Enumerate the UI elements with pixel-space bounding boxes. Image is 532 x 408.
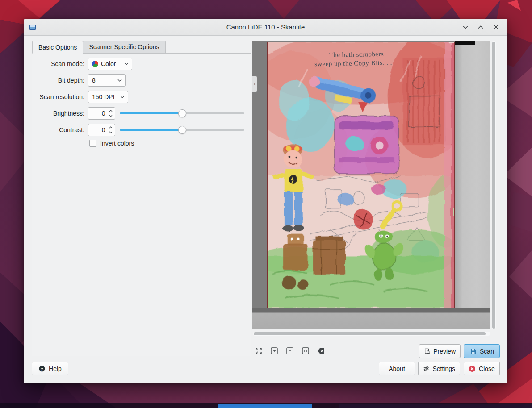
zoom-out-button[interactable]: [285, 346, 295, 356]
titlebar[interactable]: Canon LiDE 110 - Skanlite: [24, 19, 507, 36]
chevron-down-icon: [124, 62, 129, 65]
scan-mode-label: Scan mode:: [32, 60, 84, 67]
brightness-row: Brightness: 0: [32, 107, 244, 120]
slider-fill: [120, 112, 182, 114]
chevron-down-icon: [120, 96, 125, 98]
close-window-button[interactable]: [490, 21, 502, 33]
zoom-in-button[interactable]: [269, 346, 279, 356]
spin-up-icon[interactable]: [109, 110, 113, 112]
zoom-in-icon: [270, 346, 279, 355]
chevron-up-icon: [478, 25, 483, 29]
spin-down-icon[interactable]: [109, 131, 113, 133]
bit-depth-row: Bit depth: 8: [32, 74, 244, 87]
zoom-out-icon: [285, 346, 294, 355]
spin-up-icon[interactable]: [109, 126, 113, 129]
invert-colors-row: Invert colors: [32, 140, 244, 147]
tab-label: Scanner Specific Options: [89, 43, 159, 50]
scrollbar-thumb[interactable]: [492, 42, 495, 329]
slider-handle[interactable]: [178, 109, 186, 117]
settings-icon: [423, 365, 429, 372]
about-button-label: About: [389, 365, 405, 372]
page-text-line2: sweep up the Copy Bits. . .: [314, 59, 392, 67]
close-button-label: Close: [479, 365, 495, 372]
brightness-label: Brightness:: [32, 110, 84, 117]
preview-icon: [424, 348, 430, 355]
maximize-button[interactable]: [474, 21, 487, 33]
bit-depth-value: 8: [92, 77, 96, 84]
color-mode-icon: [92, 61, 98, 67]
close-dialog-icon: [469, 365, 476, 372]
scanned-image[interactable]: The bath scrubbers sweep up the Copy Bit…: [267, 42, 455, 308]
contrast-spinbox[interactable]: 0: [88, 124, 115, 136]
settings-button[interactable]: Settings: [418, 362, 460, 375]
preview-viewport[interactable]: The bath scrubbers sweep up the Copy Bit…: [252, 41, 490, 329]
help-icon: ?: [38, 365, 46, 372]
scan-resolution-row: Scan resolution: 150 DPI: [32, 91, 244, 103]
preview-zoom-toolbar: [254, 346, 326, 356]
invert-colors-label: Invert colors: [100, 140, 134, 147]
spin-down-icon[interactable]: [109, 115, 113, 117]
skanlite-window: Canon LiDE 110 - Skanlite Basic Options …: [24, 19, 507, 383]
zoom-fit-button[interactable]: [254, 346, 264, 356]
contrast-slider[interactable]: [120, 125, 244, 134]
close-button[interactable]: Close: [464, 362, 500, 375]
scan-button[interactable]: Scan: [464, 344, 500, 358]
contrast-label: Contrast:: [32, 126, 84, 133]
preview-button[interactable]: Preview: [419, 344, 461, 358]
options-tabbar: Basic Options Scanner Specific Options: [32, 41, 165, 53]
scrollbar-thumb[interactable]: [254, 332, 486, 335]
minimize-button[interactable]: [459, 21, 472, 33]
scan-mode-value: Color: [101, 60, 116, 67]
clear-selections-icon: [317, 346, 326, 355]
basic-options-panel: Scan mode: Color Bit depth: 8 Scan resol…: [32, 53, 251, 356]
scanner-bed-right: [455, 41, 490, 308]
slider-fill: [120, 129, 182, 131]
zoom-actual-size-icon: [301, 346, 310, 355]
zoom-actual-size-button[interactable]: [301, 346, 310, 356]
scan-mode-combobox[interactable]: Color: [88, 58, 132, 70]
tab-scanner-specific-options[interactable]: Scanner Specific Options: [83, 41, 165, 53]
scan-button-label: Scan: [480, 348, 494, 355]
preview-vertical-scrollbar[interactable]: [492, 41, 496, 329]
settings-button-label: Settings: [432, 365, 455, 372]
scanner-bed-bottom: [252, 308, 490, 329]
svg-text:?: ?: [41, 366, 43, 371]
chevron-down-icon: [463, 25, 468, 29]
chevron-down-icon: [117, 79, 122, 82]
tab-label: Basic Options: [38, 44, 77, 51]
scan-resolution-label: Scan resolution:: [32, 93, 84, 100]
preview-button-label: Preview: [433, 348, 456, 355]
scan-icon: [469, 348, 477, 355]
preview-horizontal-scrollbar[interactable]: [253, 332, 490, 336]
help-button[interactable]: ? Help: [32, 362, 68, 375]
bit-depth-label: Bit depth:: [32, 77, 84, 84]
brightness-slider[interactable]: [120, 109, 244, 118]
scan-mode-row: Scan mode: Color: [32, 58, 244, 70]
contrast-row: Contrast: 0: [32, 124, 244, 136]
brightness-spinbox[interactable]: 0: [88, 107, 115, 120]
window-title: Canon LiDE 110 - Skanlite: [24, 23, 507, 31]
close-icon: [494, 25, 498, 29]
scan-resolution-value: 150 DPI: [92, 93, 115, 100]
tab-basic-options[interactable]: Basic Options: [32, 41, 83, 54]
bit-depth-combobox[interactable]: 8: [88, 74, 126, 87]
panel-collapse-handle[interactable]: ‹: [252, 76, 257, 92]
clear-selections-button[interactable]: [316, 346, 326, 356]
scan-resolution-combobox[interactable]: 150 DPI: [88, 91, 128, 103]
scanner-lid-strip: [455, 41, 475, 45]
page-text-line1: The bath scrubbers: [329, 50, 384, 58]
slider-handle[interactable]: [178, 126, 186, 134]
zoom-fit-icon: [254, 346, 263, 355]
help-button-label: Help: [49, 365, 62, 372]
scanned-drawing: The bath scrubbers sweep up the Copy Bit…: [268, 42, 454, 308]
invert-colors-checkbox[interactable]: [89, 140, 96, 147]
about-button[interactable]: About: [379, 362, 415, 375]
